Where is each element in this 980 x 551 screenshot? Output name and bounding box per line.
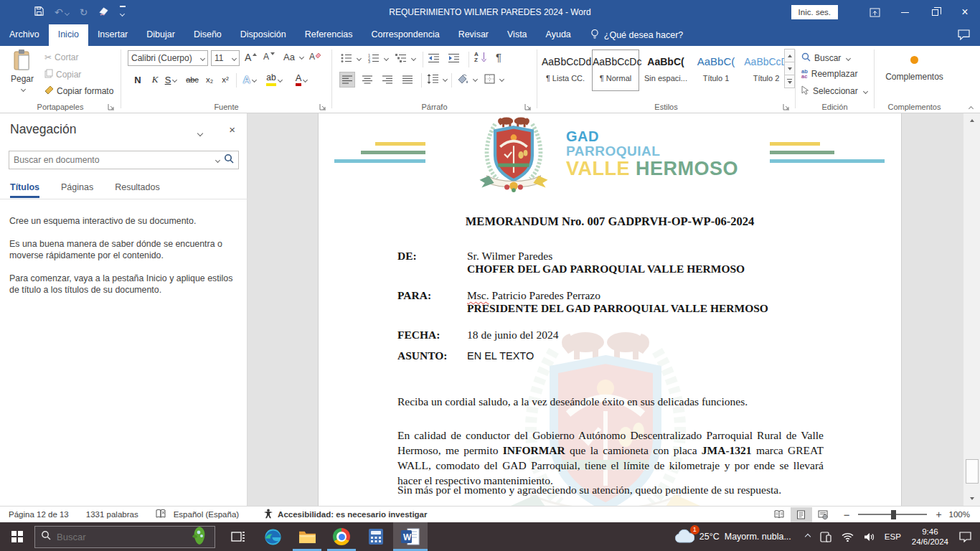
proofing-status-icon[interactable] xyxy=(156,509,166,520)
align-center-button[interactable] xyxy=(359,72,375,88)
subscript-button[interactable]: x₂ xyxy=(202,72,217,88)
clock[interactable]: 9:46 24/6/2024 xyxy=(906,527,954,547)
weather-widget[interactable]: 1 25°C Mayorm. nubla... xyxy=(667,529,798,545)
shading-button[interactable] xyxy=(457,74,477,84)
paste-button[interactable]: Pegar xyxy=(6,50,39,94)
tab-resultados[interactable]: Resultados xyxy=(115,182,160,198)
collapse-ribbon-icon[interactable] xyxy=(967,103,973,113)
format-painter-button[interactable]: Copiar formato xyxy=(44,85,113,97)
file-explorer-taskbar-icon[interactable] xyxy=(290,522,324,551)
language-indicator[interactable]: Español (España) xyxy=(174,510,239,519)
numbered-list-button[interactable]: 123 xyxy=(368,53,388,63)
tab-revisar[interactable]: Revisar xyxy=(449,24,498,46)
borders-button[interactable] xyxy=(484,74,504,84)
change-case-button[interactable]: Aa xyxy=(283,52,303,62)
word-count[interactable]: 1331 palabras xyxy=(86,510,138,519)
line-spacing-button[interactable] xyxy=(427,74,447,84)
tab-disposicion[interactable]: Disposición xyxy=(231,24,296,46)
select-button[interactable]: Seleccionar xyxy=(801,85,867,97)
sign-in-button[interactable]: Inic. ses. xyxy=(791,5,838,19)
align-left-button[interactable] xyxy=(339,72,355,88)
show-hidden-icons-chevron[interactable] xyxy=(798,522,815,551)
vertical-scrollbar[interactable] xyxy=(963,113,980,506)
shrink-font-button[interactable]: A xyxy=(263,52,275,62)
restore-button[interactable] xyxy=(920,0,950,24)
tab-titulos[interactable]: Títulos xyxy=(10,182,39,198)
font-color-button[interactable]: A xyxy=(293,72,309,88)
decrease-indent-button[interactable] xyxy=(428,53,440,63)
style-lista-cc[interactable]: AaBbCcDd¶ Lista CC. xyxy=(542,50,589,91)
grow-font-button[interactable]: A xyxy=(245,52,257,63)
word-taskbar-icon[interactable]: W xyxy=(393,522,428,551)
superscript-button[interactable]: x² xyxy=(217,72,233,88)
accessibility-status[interactable]: Accesibilidad: es necesario investigar xyxy=(278,510,427,519)
justify-button[interactable] xyxy=(400,72,415,88)
text-effects-button[interactable]: A xyxy=(242,72,258,88)
cut-button[interactable]: ✂Cortar xyxy=(44,52,78,62)
chrome-taskbar-icon[interactable] xyxy=(324,522,359,551)
navpane-close-icon[interactable]: × xyxy=(229,123,235,136)
print-layout-icon[interactable] xyxy=(791,507,812,522)
phone-link-icon[interactable] xyxy=(815,522,837,551)
tab-dibujar[interactable]: Dibujar xyxy=(137,24,184,46)
align-right-button[interactable] xyxy=(380,72,395,88)
language-indicator[interactable]: ESP xyxy=(880,522,906,551)
bullet-list-button[interactable] xyxy=(341,53,361,63)
start-button[interactable] xyxy=(0,522,34,551)
wifi-icon[interactable] xyxy=(837,522,859,551)
font-name-combobox[interactable]: Calibri (Cuerpo) xyxy=(128,50,208,66)
volume-icon[interactable] xyxy=(859,522,880,551)
accessibility-icon[interactable] xyxy=(263,509,273,520)
edge-taskbar-icon[interactable] xyxy=(255,522,290,551)
paragraph-dialog-launcher-icon[interactable] xyxy=(524,103,532,110)
font-size-combobox[interactable]: 11 xyxy=(211,50,240,66)
zoom-slider[interactable] xyxy=(858,514,927,515)
task-view-button[interactable] xyxy=(221,522,255,551)
scrollbar-thumb[interactable] xyxy=(966,459,979,484)
find-button[interactable]: Buscar xyxy=(801,52,850,64)
clear-formatting-button[interactable]: A xyxy=(309,52,321,62)
search-dropdown-chevron-icon[interactable] xyxy=(215,157,220,162)
navpane-chevron-down-icon[interactable] xyxy=(196,126,202,138)
highlight-color-button[interactable]: ab xyxy=(266,72,282,88)
show-formatting-marks-button[interactable]: ¶ xyxy=(496,51,501,63)
calculator-taskbar-icon[interactable] xyxy=(359,522,393,551)
replace-button[interactable]: abacReemplazar xyxy=(801,69,857,79)
page-indicator[interactable]: Página 12 de 13 xyxy=(9,510,69,519)
copy-button[interactable]: Copiar xyxy=(44,69,81,80)
scroll-down-icon[interactable] xyxy=(966,493,979,504)
minimize-button[interactable] xyxy=(890,0,920,24)
taskbar-search-input[interactable] xyxy=(57,532,184,542)
styles-scroll-up-icon[interactable] xyxy=(784,49,795,62)
zoom-out-icon[interactable]: − xyxy=(844,509,850,521)
ribbon-display-options-icon[interactable] xyxy=(859,0,890,24)
bold-button[interactable]: N xyxy=(130,72,146,88)
italic-button[interactable]: K xyxy=(147,72,163,88)
underline-button[interactable]: S xyxy=(163,72,179,88)
document-page[interactable]: GAD PARROQUIAL VALLE HERMOSO MEMORANDUM … xyxy=(318,113,902,506)
addins-button[interactable]: Complementos xyxy=(875,56,954,82)
style-normal[interactable]: AaBbCcDc¶ Normal xyxy=(592,50,639,91)
tab-diseno[interactable]: Diseño xyxy=(184,24,231,46)
zoom-slider-thumb[interactable] xyxy=(891,510,896,519)
strikethrough-button[interactable]: abc xyxy=(184,72,200,88)
style-sin-espaciado[interactable]: AaBbC(Sin espaci... xyxy=(642,50,689,91)
sort-button[interactable]: AZ xyxy=(474,52,486,63)
clipboard-dialog-launcher-icon[interactable] xyxy=(108,103,116,110)
zoom-level[interactable]: 100% xyxy=(949,510,970,519)
tab-insertar[interactable]: Insertar xyxy=(88,24,137,46)
navpane-search-icon[interactable] xyxy=(224,154,234,166)
tab-ayuda[interactable]: Ayuda xyxy=(537,24,580,46)
styles-more-icon[interactable] xyxy=(784,75,795,88)
tab-vista[interactable]: Vista xyxy=(498,24,537,46)
web-layout-icon[interactable] xyxy=(812,507,834,522)
style-titulo-1[interactable]: AaBbC(Título 1 xyxy=(692,50,740,91)
zoom-in-icon[interactable]: + xyxy=(936,509,941,520)
tell-me-box[interactable]: ¿Qué desea hacer? xyxy=(580,24,684,46)
tab-paginas[interactable]: Páginas xyxy=(61,182,93,198)
tab-inicio[interactable]: Inicio xyxy=(49,24,88,46)
font-dialog-launcher-icon[interactable] xyxy=(319,103,327,110)
scroll-up-icon[interactable] xyxy=(966,115,979,126)
increase-indent-button[interactable] xyxy=(448,53,460,63)
multilevel-list-button[interactable] xyxy=(395,53,415,63)
